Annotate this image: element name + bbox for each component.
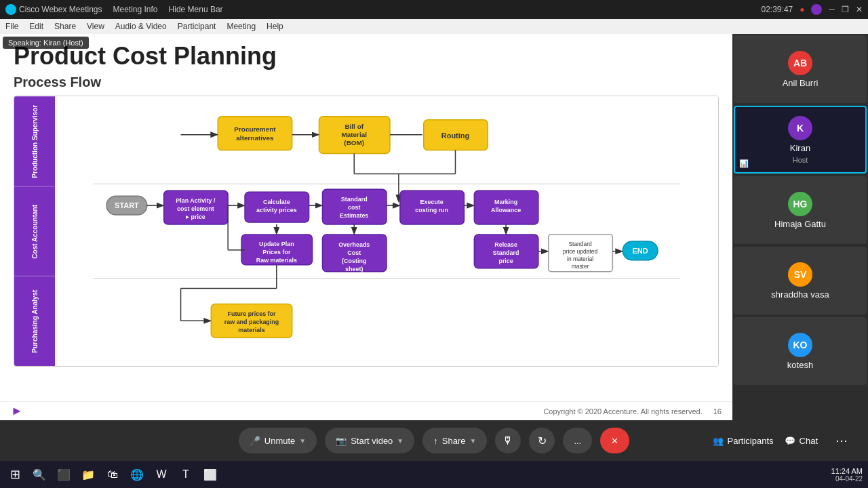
svg-text:Prices for: Prices for: [262, 249, 291, 256]
top-bar-left: Cisco Webex Meetings Meeting Info Hide M…: [5, 4, 223, 15]
main-area: Speaking: Kiran (Host) Product Cost Plan…: [0, 34, 868, 420]
unmute-label: Unmute: [264, 436, 296, 446]
svg-text:Standard: Standard: [341, 196, 368, 203]
toolbar: 🎤 Unmute ▼ 📷 Start video ▼ ↑ Share ▼ 🎙 ↻…: [0, 420, 868, 461]
speaker-badge: Speaking: Kiran (Host): [3, 37, 89, 49]
participant-card-kiran: K Kiran Host 📊: [734, 106, 867, 174]
end-call-button[interactable]: ✕: [600, 428, 629, 453]
windows-start-icon[interactable]: ⊞: [5, 465, 24, 484]
app-icon[interactable]: ⬜: [201, 465, 220, 484]
search-icon[interactable]: 🔍: [30, 465, 49, 484]
svg-text:raw and packaging: raw and packaging: [224, 319, 279, 325]
unmute-chevron-icon: ▼: [299, 437, 306, 445]
taskbar-right: 11:24 AM 04-04-22: [831, 467, 863, 483]
svg-text:Future prices for: Future prices for: [227, 310, 276, 317]
explorer-icon[interactable]: 📁: [79, 465, 98, 484]
hide-menu-btn[interactable]: Hide Menu Bar: [169, 5, 223, 14]
top-bar: Cisco Webex Meetings Meeting Info Hide M…: [0, 0, 868, 19]
task-view-icon[interactable]: ⬛: [54, 465, 73, 484]
menu-share[interactable]: Share: [54, 22, 76, 31]
avatar-icon: [811, 4, 822, 15]
menu-bar: File Edit Share View Audio & Video Parti…: [0, 19, 868, 34]
meeting-info-link[interactable]: Meeting Info: [113, 5, 158, 14]
unmute-button[interactable]: 🎤 Unmute ▼: [239, 428, 317, 453]
word-icon[interactable]: W: [152, 465, 171, 484]
participants-icon: 👥: [713, 436, 724, 446]
menu-view[interactable]: View: [87, 22, 104, 31]
participant-card-anil: AB Anil Burri: [734, 35, 867, 103]
svg-text:sheet): sheet): [345, 266, 363, 272]
start-video-button[interactable]: 📷 Start video ▼: [325, 428, 414, 453]
participant-name-anil: Anil Burri: [783, 78, 818, 88]
copyright-text: Copyright © 2020 Accenture. All rights r…: [543, 407, 702, 415]
close-btn[interactable]: ✕: [856, 5, 863, 14]
menu-audio-video[interactable]: Audio & Video: [115, 22, 167, 31]
participants-panel: AB Anil Burri K Kiran Host 📊 HG Himaja G…: [732, 34, 868, 420]
lane-cost-accountant: Cost Accountant: [14, 186, 55, 277]
menu-file[interactable]: File: [5, 22, 18, 31]
menu-help[interactable]: Help: [267, 22, 283, 31]
avatar-kotesh: KO: [788, 333, 812, 357]
svg-text:Bill of: Bill of: [344, 123, 363, 130]
time-display: 11:24 AM: [831, 467, 863, 475]
chat-icon: 💬: [785, 436, 795, 446]
svg-text:alternatives: alternatives: [236, 134, 274, 142]
avatar-shraddha: SV: [788, 262, 812, 287]
participant-card-himaja: HG Himaja Gattu: [734, 176, 867, 244]
menu-edit[interactable]: Edit: [29, 22, 43, 31]
presentation-icon: 📊: [739, 159, 749, 168]
record-button[interactable]: 🎙: [495, 428, 521, 453]
store-icon[interactable]: 🛍: [103, 465, 122, 484]
page-number: 16: [713, 407, 722, 415]
participant-name-kotesh: kotesh: [787, 360, 813, 370]
cisco-logo: Cisco Webex Meetings: [5, 4, 102, 15]
avatar-kiran: K: [788, 116, 812, 140]
svg-text:Release: Release: [494, 241, 517, 248]
more-label: ...: [574, 436, 581, 446]
more-options-button[interactable]: ⋯: [829, 428, 854, 453]
teams-icon[interactable]: T: [176, 465, 195, 484]
chrome-icon[interactable]: 🌐: [127, 465, 146, 484]
menu-participant[interactable]: Participant: [178, 22, 216, 31]
chat-button[interactable]: 💬 Chat: [785, 436, 818, 446]
end-call-icon: ✕: [611, 436, 618, 446]
system-time: 11:24 AM 04-04-22: [831, 467, 863, 483]
slide-footer: ► Copyright © 2020 Accenture. All rights…: [0, 401, 732, 420]
svg-text:Execute: Execute: [420, 199, 443, 205]
more-button[interactable]: ...: [563, 428, 592, 453]
footer-right: Copyright © 2020 Accenture. All rights r…: [543, 407, 722, 415]
share-button[interactable]: ↑ Share ▼: [422, 428, 487, 453]
svg-text:Standard: Standard: [568, 241, 592, 247]
mic-icon: 🎤: [250, 436, 260, 446]
share-icon: ↑: [433, 436, 438, 446]
svg-text:Routing: Routing: [441, 131, 469, 140]
minimize-btn[interactable]: ─: [829, 5, 835, 14]
date-display: 04-04-22: [831, 475, 863, 483]
svg-text:costing run: costing run: [415, 207, 448, 214]
video-chevron-icon: ▼: [397, 437, 403, 445]
svg-text:in material: in material: [567, 256, 593, 262]
svg-text:(BOM): (BOM): [344, 139, 364, 146]
share-chevron-icon: ▼: [469, 437, 476, 445]
svg-text:price updated: price updated: [563, 248, 597, 255]
restore-btn[interactable]: ❐: [842, 5, 849, 14]
video-icon: 📷: [336, 436, 347, 446]
nav-forward-arrow[interactable]: ►: [11, 404, 23, 418]
participants-button[interactable]: 👥 Participants: [713, 436, 774, 446]
toolbar-right: 👥 Participants 💬 Chat ⋯: [713, 428, 854, 453]
slide-subtitle: Process Flow: [14, 75, 719, 90]
participant-role-kiran: Host: [793, 156, 808, 164]
svg-text:Plan Activity /: Plan Activity /: [176, 197, 216, 204]
avatar-himaja: HG: [788, 192, 812, 216]
chat-label: Chat: [800, 436, 818, 446]
participant-name-shraddha: shraddha vasa: [771, 289, 829, 300]
reactions-button[interactable]: ↻: [529, 428, 555, 453]
menu-meeting[interactable]: Meeting: [226, 22, 256, 31]
svg-text:Calculate: Calculate: [263, 199, 290, 205]
svg-text:(Costing: (Costing: [342, 258, 366, 264]
recording-time: 02:39:47: [762, 5, 793, 14]
participants-label: Participants: [728, 436, 774, 446]
svg-text:START: START: [115, 201, 139, 209]
svg-text:Allowance: Allowance: [491, 207, 521, 214]
svg-text:cost element: cost element: [177, 205, 214, 212]
